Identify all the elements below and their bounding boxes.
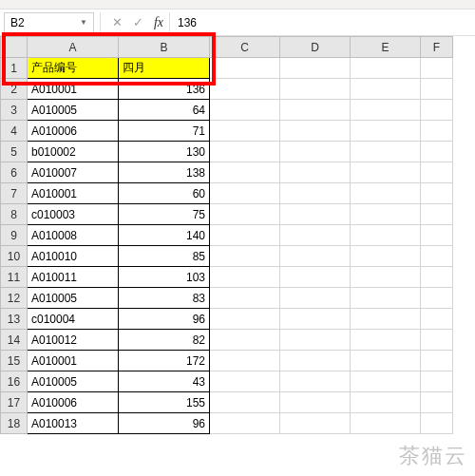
cell[interactable] [421, 392, 453, 413]
cell[interactable] [280, 225, 351, 246]
row-header[interactable]: 12 [1, 288, 28, 309]
cell[interactable] [351, 162, 421, 183]
cell[interactable]: 96 [119, 413, 210, 434]
cell[interactable] [421, 162, 453, 183]
cell[interactable] [280, 351, 351, 371]
cell[interactable] [421, 79, 453, 100]
cell[interactable] [351, 371, 421, 392]
cell[interactable]: 71 [119, 121, 210, 142]
row-header[interactable]: 9 [1, 225, 28, 246]
spreadsheet-grid[interactable]: A B C D E F 1产品编号四月2A0100011363A01000564… [0, 36, 475, 434]
cell[interactable] [210, 309, 280, 330]
cell[interactable]: 136 [119, 79, 210, 100]
cell[interactable] [210, 204, 280, 225]
cell[interactable]: 75 [119, 204, 210, 225]
row-header[interactable]: 6 [1, 162, 28, 183]
cell[interactable] [280, 204, 351, 225]
col-header-F[interactable]: F [421, 37, 453, 58]
cell[interactable]: A010006 [28, 392, 119, 413]
row-header[interactable]: 14 [1, 330, 28, 351]
cell[interactable] [280, 79, 351, 100]
row-header[interactable]: 16 [1, 371, 28, 392]
cell[interactable] [280, 183, 351, 204]
cell[interactable]: A010001 [28, 351, 119, 371]
cell[interactable] [421, 413, 453, 434]
cell[interactable] [351, 79, 421, 100]
cell[interactable] [351, 267, 421, 288]
row-header[interactable]: 2 [1, 79, 28, 100]
cell[interactable] [210, 79, 280, 100]
cell[interactable]: c010004 [28, 309, 119, 330]
cell[interactable] [280, 162, 351, 183]
cell[interactable] [210, 330, 280, 351]
cell[interactable] [280, 309, 351, 330]
cell[interactable]: 82 [119, 330, 210, 351]
col-header-D[interactable]: D [280, 37, 351, 58]
cell[interactable] [351, 204, 421, 225]
cell[interactable] [421, 246, 453, 267]
cell[interactable] [280, 413, 351, 434]
cell[interactable] [210, 100, 280, 121]
cell[interactable]: 155 [119, 392, 210, 413]
cell[interactable] [280, 267, 351, 288]
cell[interactable] [351, 392, 421, 413]
cell[interactable] [210, 183, 280, 204]
chevron-down-icon[interactable]: ▼ [80, 18, 87, 27]
cell[interactable] [280, 392, 351, 413]
row-header[interactable]: 1 [1, 58, 28, 79]
cell[interactable] [210, 371, 280, 392]
fx-icon[interactable]: fx [148, 12, 169, 33]
cell[interactable] [421, 371, 453, 392]
row-header[interactable]: 5 [1, 142, 28, 162]
col-header-A[interactable]: A [28, 37, 119, 58]
cell[interactable]: A010008 [28, 225, 119, 246]
cell[interactable]: A010013 [28, 413, 119, 434]
col-header-B[interactable]: B [119, 37, 210, 58]
cell[interactable]: c010003 [28, 204, 119, 225]
cell[interactable]: 103 [119, 267, 210, 288]
row-header[interactable]: 10 [1, 246, 28, 267]
cell[interactable] [210, 413, 280, 434]
cell[interactable]: 产品编号 [28, 58, 119, 79]
cell[interactable]: A010010 [28, 246, 119, 267]
cell[interactable]: A010006 [28, 121, 119, 142]
row-header[interactable]: 3 [1, 100, 28, 121]
confirm-icon[interactable]: ✓ [127, 12, 148, 33]
name-box[interactable]: B2 ▼ [4, 12, 94, 33]
cell[interactable]: A010005 [28, 288, 119, 309]
select-all-corner[interactable] [1, 37, 28, 58]
cell[interactable] [280, 288, 351, 309]
cell[interactable]: A010011 [28, 267, 119, 288]
cell[interactable] [280, 100, 351, 121]
row-header[interactable]: 8 [1, 204, 28, 225]
cell[interactable]: b010002 [28, 142, 119, 162]
cell[interactable] [421, 330, 453, 351]
cell[interactable] [421, 58, 453, 79]
cell[interactable] [210, 142, 280, 162]
cell[interactable]: A010005 [28, 371, 119, 392]
cell[interactable] [210, 246, 280, 267]
cell[interactable] [210, 121, 280, 142]
cell[interactable] [280, 330, 351, 351]
cell[interactable]: 43 [119, 371, 210, 392]
cell[interactable] [210, 58, 280, 79]
cell[interactable] [351, 413, 421, 434]
cell[interactable] [280, 121, 351, 142]
row-header[interactable]: 18 [1, 413, 28, 434]
cell[interactable]: 130 [119, 142, 210, 162]
cell[interactable] [421, 100, 453, 121]
cell[interactable] [351, 58, 421, 79]
cell[interactable] [280, 142, 351, 162]
cell[interactable] [351, 351, 421, 371]
cell[interactable] [210, 392, 280, 413]
cell[interactable] [421, 309, 453, 330]
row-header[interactable]: 4 [1, 121, 28, 142]
cell[interactable]: A010001 [28, 79, 119, 100]
cell[interactable]: 60 [119, 183, 210, 204]
col-header-C[interactable]: C [210, 37, 280, 58]
row-header[interactable]: 11 [1, 267, 28, 288]
cell[interactable] [351, 330, 421, 351]
cell[interactable] [280, 246, 351, 267]
cell[interactable] [421, 225, 453, 246]
cell[interactable]: 96 [119, 309, 210, 330]
